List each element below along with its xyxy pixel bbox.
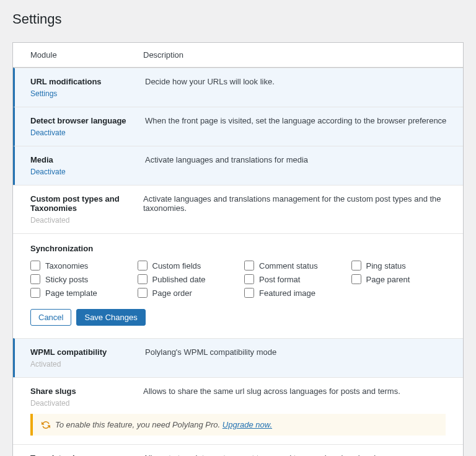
- module-title: Detect browser language: [30, 116, 145, 125]
- sync-checkbox[interactable]: [244, 274, 254, 284]
- deactivate-link[interactable]: Deactivate: [30, 128, 66, 137]
- sync-checkbox[interactable]: [138, 288, 148, 298]
- module-description: Polylang's WPML compatibility mode: [145, 347, 463, 369]
- sync-option: Published date: [138, 274, 232, 284]
- sync-option: Page parent: [351, 274, 446, 284]
- settings-table: Module Description URL modifications Set…: [12, 42, 464, 456]
- sync-checkbox[interactable]: [30, 261, 40, 270]
- sync-label[interactable]: Page parent: [366, 275, 410, 284]
- sync-label[interactable]: Post format: [259, 275, 300, 284]
- save-button[interactable]: Save Changes: [76, 309, 145, 326]
- sync-label[interactable]: Page template: [45, 288, 97, 298]
- sync-option: Post format: [244, 274, 339, 284]
- module-description: Activate languages and translations mana…: [143, 194, 463, 225]
- sync-label[interactable]: Comment status: [259, 261, 318, 270]
- module-title: URL modifications: [30, 77, 145, 86]
- module-description: Allows to translate custom post types an…: [143, 454, 463, 456]
- sync-label[interactable]: Taxonomies: [45, 261, 88, 270]
- sync-label[interactable]: Sticky posts: [45, 275, 88, 284]
- module-description: Decide how your URLs will look like.: [145, 77, 463, 98]
- header-description: Description: [143, 50, 463, 60]
- sync-option: Page order: [138, 288, 232, 298]
- sync-checkbox[interactable]: [30, 288, 40, 298]
- module-detect-browser-language[interactable]: Detect browser language Deactivate When …: [13, 107, 463, 146]
- module-description: Allows to share the same url slug across…: [143, 387, 463, 408]
- refresh-icon: [42, 421, 50, 429]
- sync-option: Sticky posts: [30, 274, 125, 284]
- sync-checkbox[interactable]: [351, 274, 361, 284]
- upgrade-link[interactable]: Upgrade now.: [223, 420, 272, 429]
- sync-label[interactable]: Custom fields: [152, 261, 201, 270]
- sync-option: Ping status: [351, 261, 446, 270]
- module-wpml-compatibility[interactable]: WPML compatibility Activated Polylang's …: [13, 338, 463, 377]
- sync-title: Synchronization: [30, 244, 446, 253]
- sync-label[interactable]: Page order: [152, 288, 192, 298]
- module-title: Custom post types and Taxonomies: [30, 194, 143, 213]
- cancel-button[interactable]: Cancel: [30, 309, 71, 326]
- sync-checkbox[interactable]: [30, 274, 40, 284]
- sync-option: Featured image: [244, 288, 339, 298]
- page-title: Settings: [12, 6, 464, 32]
- notice-text: To enable this feature, you need Polylan…: [55, 420, 223, 429]
- sync-checkbox[interactable]: [244, 288, 254, 298]
- module-description: When the front page is visited, set the …: [145, 116, 463, 137]
- module-title: Media: [30, 155, 145, 164]
- settings-link[interactable]: Settings: [30, 89, 57, 98]
- header-module: Module: [13, 50, 143, 60]
- module-translate-slugs[interactable]: Translate slugs Deactivated Allows to tr…: [13, 444, 463, 456]
- sync-options-grid: TaxonomiesCustom fieldsComment statusPin…: [30, 261, 446, 298]
- module-title: Share slugs: [30, 387, 143, 396]
- module-custom-post-types[interactable]: Custom post types and Taxonomies Deactiv…: [13, 185, 463, 233]
- sync-label[interactable]: Ping status: [366, 261, 406, 270]
- sync-checkbox[interactable]: [244, 261, 254, 270]
- module-url-modifications[interactable]: URL modifications Settings Decide how yo…: [13, 68, 463, 107]
- sync-checkbox[interactable]: [138, 261, 148, 270]
- status-label: Activated: [30, 360, 61, 369]
- status-label: Deactivated: [30, 399, 69, 408]
- deactivate-link[interactable]: Deactivate: [30, 168, 66, 176]
- sync-label[interactable]: Published date: [152, 275, 206, 284]
- module-share-slugs[interactable]: Share slugs Deactivated Allows to share …: [13, 377, 463, 409]
- sync-option: Comment status: [244, 261, 339, 270]
- sync-checkbox[interactable]: [138, 274, 148, 284]
- sync-option: Taxonomies: [30, 261, 125, 270]
- synchronization-section: Synchronization TaxonomiesCustom fieldsC…: [13, 233, 463, 338]
- sync-checkbox[interactable]: [351, 261, 361, 270]
- sync-option: Page template: [30, 288, 125, 298]
- module-description: Activate languages and translations for …: [145, 155, 463, 176]
- module-media[interactable]: Media Deactivate Activate languages and …: [13, 146, 463, 185]
- module-title: Translate slugs: [30, 454, 143, 456]
- sync-option: Custom fields: [138, 261, 232, 270]
- sync-label[interactable]: Featured image: [259, 288, 315, 298]
- status-label: Deactivated: [30, 216, 69, 225]
- table-header: Module Description: [13, 43, 463, 68]
- module-title: WPML compatibility: [30, 347, 145, 357]
- upgrade-notice: To enable this feature, you need Polylan…: [30, 414, 446, 436]
